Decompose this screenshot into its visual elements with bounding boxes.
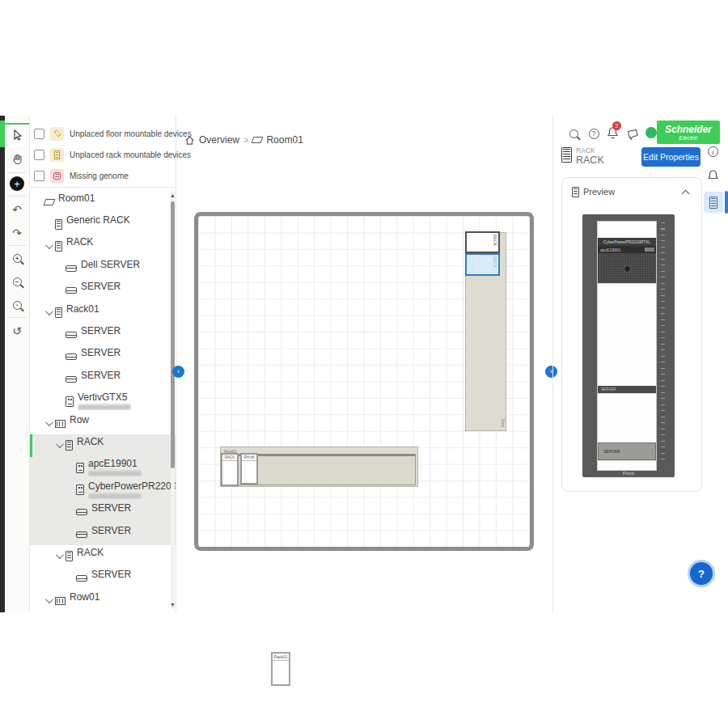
tree-scrollbar-thumb[interactable] [171,201,175,468]
tree-item-icon [66,287,77,294]
filter-checkbox[interactable] [34,150,44,160]
rack-u-rail [661,222,665,465]
zoom-fit-button[interactable]: ▪ [5,294,29,316]
tree-item-label: SERVER [81,348,134,358]
filter-checkbox[interactable] [34,171,44,181]
tree-item[interactable]: SERVER [30,523,176,545]
tree-item[interactable]: Generic RACK [30,213,176,235]
expand-right-panel-button[interactable]: › [545,366,557,378]
help-icon: ? [589,129,599,139]
breadcrumb: Overview > Room01 [184,134,303,146]
alarms-tab[interactable] [707,169,719,185]
floorplan-rack[interactable]: RACK [465,231,500,253]
chevron-down-icon[interactable] [45,418,53,426]
tree-item-icon [66,440,73,451]
zoom-out-button[interactable]: − [5,270,29,293]
grid-column-label [365,197,381,206]
redo-button[interactable]: ↷ [5,222,29,244]
tree-item[interactable]: Row01 [30,590,176,612]
grid-row-label [537,446,547,462]
search-button[interactable] [567,127,580,140]
tree-item[interactable]: RACK [30,434,176,456]
grid-column-label [447,553,463,563]
chevron-down-icon[interactable] [45,241,53,249]
app-root: + ↶ ↷ + − ▪ ↺ Unplaced floor mountable d… [0,0,728,728]
tree-item[interactable]: apcE19901 [30,457,176,479]
grid-row-labels-left [180,217,189,544]
schneider-electric-logo: Schneider Electric [657,121,720,144]
zoom-in-button[interactable]: + [5,247,29,269]
help-button[interactable]: ? [587,127,600,140]
zoom-out-icon: − [13,277,22,286]
filter-row[interactable]: Missing genome [30,165,176,186]
feedback-button[interactable] [626,128,639,141]
grid-column-label [365,553,381,563]
collapse-left-panel-button[interactable]: ‹ [172,366,184,378]
tree-item[interactable]: SERVER [30,324,176,345]
breadcrumb-room[interactable]: Room01 [266,134,303,146]
tree-item[interactable]: SERVER [30,501,176,523]
history-button[interactable]: ↺ [5,320,29,342]
scroll-up-icon[interactable]: ▲ [170,193,176,198]
grid-column-label [315,553,332,563]
history-icon: ↺ [12,325,22,336]
tree-item[interactable]: SERVER [30,280,176,302]
tree-item[interactable]: Room01 [30,191,176,213]
breadcrumb-overview[interactable]: Overview [199,134,239,146]
edit-properties-button[interactable]: Edit Properties [641,147,700,167]
grid-column-label [332,197,348,206]
rack-device[interactable]: SERVER [598,442,656,460]
rack-device[interactable]: apcE19901 [598,246,656,283]
grid-row-label [537,396,547,413]
tree-item[interactable]: Row [30,413,176,434]
rack-label: RACK [493,235,497,246]
grid-row-label [537,462,547,478]
filter-checkbox[interactable] [34,129,44,139]
grid-row-label [537,494,547,510]
tree-item-label: Rack01 [66,304,120,315]
info-tab[interactable]: i [708,146,718,157]
tree-item[interactable]: SERVER [30,346,176,368]
tree-item[interactable]: SERVER [30,368,176,390]
grid-column-label [497,553,513,563]
user-avatar[interactable] [645,127,657,138]
undo-button[interactable]: ↶ [5,198,29,221]
tree-item-label: SERVER [81,326,134,336]
tree-item[interactable]: RACK [30,235,176,257]
select-tool-button[interactable] [5,123,29,146]
device-label: apcE19901 [600,248,620,252]
pan-tool-button[interactable] [5,147,29,170]
chevron-down-icon[interactable] [56,552,64,560]
grid-row-label [537,233,547,249]
tree-item[interactable]: SERVER [30,568,176,590]
bell-icon [707,169,719,182]
floorplan-rack[interactable]: RACK [221,453,239,486]
add-device-button[interactable]: + [5,172,29,195]
chevron-down-icon[interactable] [56,441,64,449]
help-fab[interactable]: ? [690,562,713,585]
floorplan-rack[interactable]: RH-bff [240,453,258,485]
floorplan-rack[interactable]: Rack01 [271,652,290,686]
rack-preview-tab[interactable] [704,192,723,213]
tree-item[interactable]: Dell SERVER [30,257,176,279]
filter-row[interactable]: Unplaced rack mountable devices [30,144,176,165]
scroll-down-icon[interactable]: ▼ [170,602,176,607]
chevron-down-icon[interactable] [45,307,53,315]
floorplan-rack-selected[interactable]: RACK [465,253,500,276]
tree-item[interactable]: RACK [30,545,176,567]
tree-item[interactable]: Rack01 [30,302,176,324]
rack-device[interactable]: CyberPowerPR2200RTXL [598,238,656,246]
floorplan-row-body[interactable] [231,454,416,485]
tree-item-label: SERVER [81,281,134,292]
rack-device[interactable]: SERVER [598,386,656,393]
grid-column-label [514,553,530,563]
filter-row[interactable]: Unplaced floor mountable devices [30,123,176,144]
tree-item[interactable]: VertivGTX5 [30,391,176,413]
tree-item[interactable]: CyberPowerPR2200R... [30,479,176,501]
rack-icon [572,187,579,197]
tree-item-icon [55,241,62,252]
chevron-down-icon[interactable] [45,595,53,603]
grid-row-label [537,249,547,265]
grid-column-label [298,197,315,206]
collapse-preview-icon[interactable] [682,190,690,198]
